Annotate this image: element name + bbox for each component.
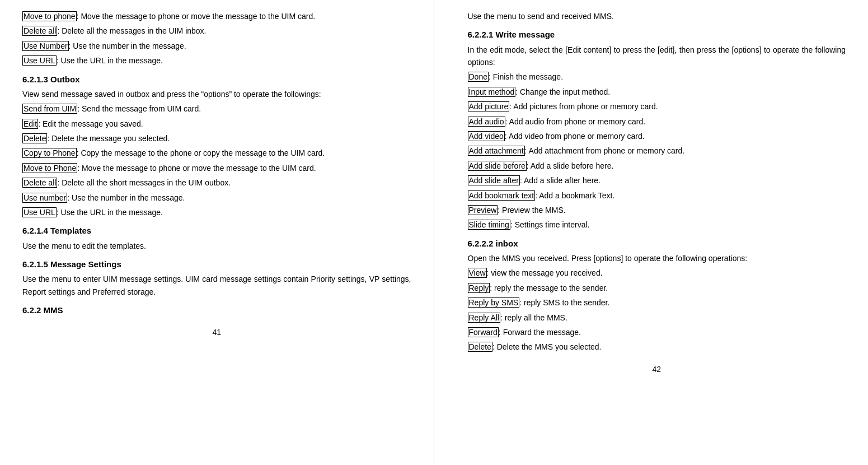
boxed-term: Use URL [22, 207, 57, 217]
boxed-term: Add video [468, 131, 505, 141]
text-content: : Settings time interval. [510, 220, 590, 229]
boxed-term: Forward [468, 327, 499, 337]
paragraph: Delete: Delete the message you selected. [22, 132, 411, 145]
text-content: : Add a slide after here. [520, 176, 600, 185]
boxed-term: Use number [22, 193, 67, 203]
section-heading: 6.2.1.4 Templates [22, 224, 411, 237]
text-content: In the edit mode, select the [Edit conte… [468, 45, 846, 67]
section-heading: 6.2.2.2 inbox [468, 237, 846, 250]
right-content: Use the menu to send and received MMS.6.… [468, 10, 846, 354]
boxed-term: Reply [468, 283, 490, 293]
text-content: : Change the input method. [515, 87, 610, 96]
text-content: : Forward the message. [499, 328, 581, 337]
paragraph: Use the menu to send and received MMS. [468, 10, 846, 22]
paragraph: Add audio: Add audio from phone or memor… [468, 115, 846, 128]
paragraph: Add slide before: Add a slide before her… [468, 160, 846, 172]
text-content: : Delete the message you selected. [47, 134, 170, 143]
paragraph: Send from UIM: Send the message from UIM… [22, 103, 411, 115]
text-content: : view the message you received. [487, 268, 603, 277]
paragraph: Copy to Phone: Copy the message to the p… [22, 147, 411, 159]
text-content: : Add attachment from phone or memory ca… [525, 146, 685, 155]
boxed-term: Add slide before [468, 161, 527, 171]
boxed-term: Add picture [468, 101, 510, 111]
boxed-term: Use URL [22, 55, 57, 66]
text-content: : Use the number in the message. [69, 41, 186, 50]
boxed-term: Add bookmark text [468, 190, 536, 201]
text-content: : Add a bookmark Text. [535, 191, 614, 200]
paragraph: Use URL: Use the URL in the message. [22, 206, 411, 218]
boxed-term: Add attachment [468, 146, 525, 156]
boxed-term: Add audio [468, 117, 505, 127]
paragraph: Use the menu to edit the templates. [22, 240, 411, 252]
text-content: Use the menu to send and received MMS. [468, 12, 614, 21]
paragraph: Forward: Forward the message. [468, 326, 846, 338]
paragraph: Add attachment: Add attachment from phon… [468, 145, 846, 157]
paragraph: Input method: Change the input method. [468, 86, 846, 98]
text-content: : Send the message from UIM card. [77, 104, 201, 113]
boxed-term: Delete [468, 342, 492, 352]
text-content: : Use the URL in the message. [57, 56, 163, 65]
boxed-term: Edit [22, 119, 38, 129]
text-content: : Move the message to phone or move the … [77, 12, 315, 21]
text-content: : Add audio from phone or memory card. [505, 117, 646, 126]
text-content: : Delete all the short messages in the U… [57, 178, 231, 187]
section-heading: 6.2.2.1 Write message [468, 28, 846, 41]
paragraph: Slide timing: Settings time interval. [468, 218, 846, 231]
text-content: : Finish the message. [489, 72, 563, 81]
text-content: : Copy the message to the phone or copy … [77, 148, 325, 157]
boxed-term: Done [468, 72, 489, 82]
paragraph: In the edit mode, select the [Edit conte… [468, 44, 846, 69]
text-content: : Move the message to phone or move the … [77, 164, 316, 173]
boxed-term: Delete all [22, 26, 57, 36]
section-heading: 6.2.2 MMS [22, 304, 411, 317]
boxed-term: Slide timing [468, 220, 510, 230]
text-content: : Edit the message you saved. [38, 119, 143, 128]
paragraph: View: view the message you received. [468, 267, 846, 279]
paragraph: Edit: Edit the message you saved. [22, 118, 411, 130]
left-content: Move to phone: Move the message to phone… [22, 10, 411, 317]
paragraph: Use URL: Use the URL in the message. [22, 54, 411, 67]
left-page: Move to phone: Move the message to phone… [0, 0, 434, 465]
paragraph: Add video: Add video from phone or memor… [468, 130, 846, 142]
boxed-term: Move to phone [22, 11, 77, 21]
text-content: : Add a slide before here. [527, 161, 614, 170]
text-content: : reply all the MMS. [500, 313, 567, 322]
boxed-term: Preview [468, 205, 498, 215]
text-content: : Delete the MMS you selected. [492, 342, 602, 351]
paragraph: Use the menu to enter UIM message settin… [22, 273, 411, 298]
boxed-term: Move to Phone [22, 163, 77, 173]
paragraph: Move to Phone: Move the message to phone… [22, 162, 411, 174]
paragraph: Delete all: Delete all the messages in t… [22, 25, 411, 37]
text-content: : reply SMS to the sender. [519, 298, 609, 307]
paragraph: Use Number: Use the number in the messag… [22, 40, 411, 52]
paragraph: Reply All: reply all the MMS. [468, 311, 846, 324]
text-content: Use the menu to edit the templates. [22, 241, 146, 250]
paragraph: Done: Finish the message. [468, 71, 846, 83]
text-content: Use the menu to enter UIM message settin… [22, 275, 411, 296]
page-container: Move to phone: Move the message to phone… [0, 0, 868, 465]
paragraph: Reply: reply the message to the sender. [468, 282, 846, 294]
paragraph: Add picture: Add pictures from phone or … [468, 100, 846, 113]
paragraph: Open the MMS you received. Press [option… [468, 252, 846, 264]
paragraph: Use number: Use the number in the messag… [22, 192, 411, 204]
boxed-term: Reply All [468, 313, 500, 323]
text-content: : Use the URL in the message. [57, 208, 163, 217]
text-content: : Preview the MMS. [498, 206, 565, 215]
boxed-term: Copy to Phone [22, 148, 77, 158]
text-content: : Add pictures from phone or memory card… [509, 102, 658, 111]
section-heading: 6.2.1.5 Message Settings [22, 258, 411, 271]
text-content: View send message saved in outbox and pr… [22, 90, 321, 99]
section-heading: 6.2.1.3 Outbox [22, 73, 411, 86]
boxed-term: Input method [468, 87, 516, 97]
paragraph: Add slide after: Add a slide after here. [468, 174, 846, 187]
boxed-term: Delete [22, 133, 47, 143]
text-content: : reply the message to the sender. [490, 283, 608, 292]
boxed-term: Reply by SMS [468, 297, 520, 308]
boxed-term: Use Number [22, 41, 69, 51]
paragraph: Reply by SMS: reply SMS to the sender. [468, 296, 846, 309]
right-page-number: 42 [468, 365, 846, 374]
right-page: Use the menu to send and received MMS.6.… [434, 0, 869, 465]
boxed-term: View [468, 268, 487, 278]
text-content: : Add video from phone or memory card. [505, 132, 645, 141]
paragraph: Move to phone: Move the message to phone… [22, 10, 411, 22]
